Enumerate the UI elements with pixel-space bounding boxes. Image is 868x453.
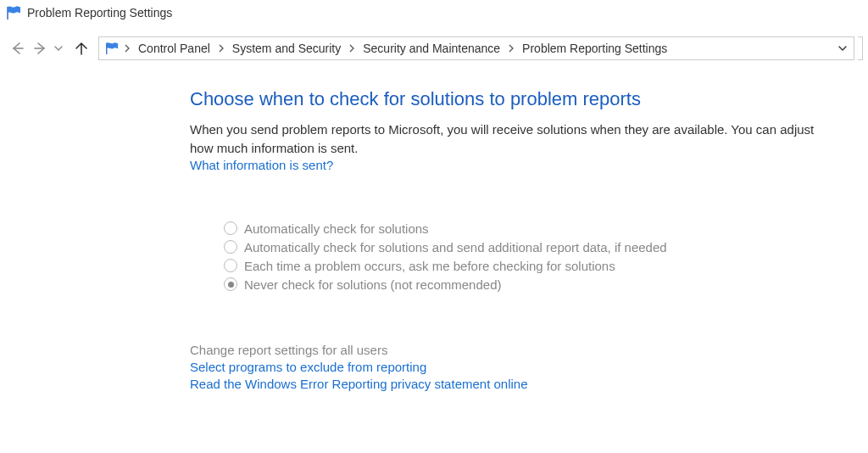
footer-links: Change report settings for all users Sel… [190, 343, 836, 391]
radio-icon [224, 259, 237, 272]
radio-icon [224, 240, 237, 254]
breadcrumb-system-security[interactable]: System and Security [227, 37, 346, 59]
window-title: Problem Reporting Settings [27, 6, 172, 20]
privacy-statement-link[interactable]: Read the Windows Error Reporting privacy… [190, 377, 836, 391]
breadcrumb-bar[interactable]: Control Panel System and Security Securi… [98, 36, 854, 60]
option-auto-check[interactable]: Automatically check for solutions [224, 221, 836, 236]
breadcrumb-problem-reporting[interactable]: Problem Reporting Settings [517, 37, 672, 59]
back-button[interactable] [5, 36, 29, 60]
option-ask-each-time[interactable]: Each time a problem occurs, ask me befor… [224, 259, 836, 273]
breadcrumb-control-panel[interactable]: Control Panel [133, 37, 215, 59]
nav-toolbar: Control Panel System and Security Securi… [0, 34, 868, 63]
chevron-right-icon[interactable] [215, 37, 227, 59]
option-never-check[interactable]: Never check for solutions (not recommend… [224, 277, 836, 292]
page-heading: Choose when to check for solutions to pr… [190, 88, 836, 110]
chevron-right-icon[interactable] [505, 37, 517, 59]
main-content: Choose when to check for solutions to pr… [0, 63, 868, 391]
page-description: When you send problem reports to Microso… [190, 120, 817, 158]
flag-icon [5, 5, 22, 20]
option-label: Automatically check for solutions and se… [244, 240, 667, 254]
option-label: Never check for solutions (not recommend… [244, 277, 501, 292]
info-link[interactable]: What information is sent? [190, 158, 836, 172]
exclude-programs-link[interactable]: Select programs to exclude from reportin… [190, 360, 836, 374]
forward-button[interactable] [29, 36, 53, 60]
window-titlebar: Problem Reporting Settings [0, 0, 868, 25]
option-auto-check-send[interactable]: Automatically check for solutions and se… [224, 240, 836, 254]
flag-icon [104, 42, 120, 55]
change-all-users-link: Change report settings for all users [190, 343, 836, 357]
options-group: Automatically check for solutions Automa… [224, 221, 836, 292]
breadcrumb-dropdown[interactable] [832, 37, 854, 59]
option-label: Automatically check for solutions [244, 221, 429, 236]
up-button[interactable] [70, 36, 93, 60]
chevron-right-icon[interactable] [121, 37, 133, 59]
radio-icon [224, 221, 237, 235]
search-box-edge[interactable] [858, 36, 863, 60]
recent-dropdown[interactable] [53, 36, 64, 60]
radio-icon [224, 277, 237, 291]
chevron-right-icon[interactable] [346, 37, 358, 59]
breadcrumb-security-maintenance[interactable]: Security and Maintenance [358, 37, 505, 59]
option-label: Each time a problem occurs, ask me befor… [244, 259, 615, 273]
